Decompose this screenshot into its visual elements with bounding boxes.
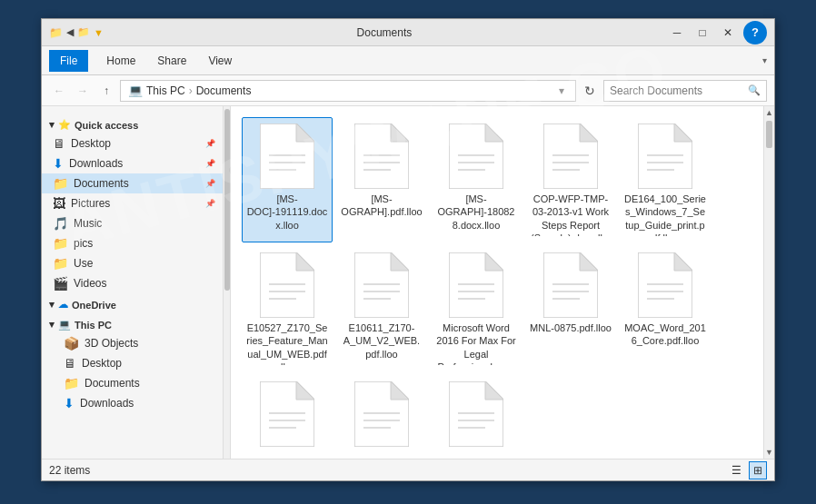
address-path[interactable]: 💻 This PC › Documents ▾ [120,80,576,102]
status-bar: 22 items ☰ ⊞ [42,459,774,480]
file-name: COP-WFP-TMP-03-2013-v1 Work Steps Report… [530,193,612,236]
sidebar-item-use[interactable]: 📁 Use [42,253,223,273]
title-bar-controls: ─ □ ✕ [665,24,740,42]
file-item[interactable] [242,375,333,457]
onedrive-cloud-icon: ☁ [58,299,68,311]
file-item[interactable]: Microsoft Word 2016 For Max For Legal Pr… [431,246,522,371]
file-name: [MS-OGRAPH]-180828.docx.lloo [435,193,517,232]
pin-icon-pictures: 📌 [205,199,215,208]
file-item[interactable]: COP-WFP-TMP-03-2013-v1 Work Steps Report… [525,117,616,242]
search-icon[interactable]: 🔍 [748,84,761,96]
sidebar-3dobjects-label: 3D Objects [85,337,138,350]
scroll-up-button[interactable]: ▲ [764,106,774,119]
sidebar-scrollbar[interactable] [224,106,231,459]
svg-marker-51 [296,381,314,400]
content-scroll[interactable]: [MS-DOC]-191119.docx.lloo [MS-OGRAPH].pd… [231,106,763,459]
forward-button[interactable]: → [73,81,93,101]
downloads-icon: ⬇ [53,156,64,171]
main-area: ▾ ⭐ Quick access 🖥 Desktop 📌 ⬇ Downloads… [42,106,774,459]
file-item[interactable]: E10527_Z170_Series_Feature_Manual_UM_WEB… [242,246,333,371]
sidebar-item-pictures[interactable]: 🖼 Pictures 📌 [42,193,223,213]
downloads-icon-thispc: ⬇ [64,396,75,410]
refresh-button[interactable]: ↻ [580,81,600,101]
3dobjects-icon: 📦 [64,336,79,351]
help-button[interactable]: ? [743,21,767,44]
svg-marker-56 [391,381,409,400]
scroll-down-button[interactable]: ▼ [764,446,774,459]
file-item[interactable]: E10611_Z170-A_UM_V2_WEB.pdf.lloo [336,246,427,371]
documents-folder-icon: 📁 [53,176,68,191]
path-folder[interactable]: Documents [196,84,252,97]
path-thispc[interactable]: This PC [146,84,185,97]
search-input[interactable] [610,84,748,97]
maximize-button[interactable]: □ [691,24,714,42]
file-name: MNL-0875.pdf.lloo [530,321,612,334]
sidebar-item-music[interactable]: 🎵 Music [42,213,223,233]
file-item[interactable]: MNL-0875.pdf.lloo [525,246,616,371]
pics-folder-icon: 📁 [53,236,68,251]
sidebar-item-videos[interactable]: 🎬 Videos [42,273,223,293]
grid-view-button[interactable]: ⊞ [749,461,767,479]
file-name: [MS-OGRAPH].pdf.lloo [341,193,423,219]
file-name: MOAC_Word_2016_Core.pdf.lloo [624,321,706,348]
minimize-button[interactable]: ─ [665,24,689,42]
sidebar-item-pics[interactable]: 📁 pics [42,233,223,253]
right-scrollbar[interactable]: ▲ ▼ [763,106,774,459]
sidebar-item-documents-thispc[interactable]: 📁 Documents [42,373,223,393]
file-grid: [MS-DOC]-191119.docx.lloo [MS-OGRAPH].pd… [238,114,756,459]
quick-access-icon1: ◀ [66,26,74,38]
ribbon: File Home Share View ▾ [42,46,774,75]
file-item[interactable]: [MS-OGRAPH]-180828.docx.lloo [431,117,522,242]
sidebar-item-downloads[interactable]: ⬇ Downloads 📌 [42,153,223,173]
svg-marker-11 [485,124,503,142]
ribbon-chevron[interactable]: ▾ [762,55,767,65]
back-button[interactable]: ← [49,81,69,101]
sidebar-onedrive-header: ▾ ☁ OneDrive [42,293,223,313]
ribbon-tab-share[interactable]: Share [146,50,197,72]
svg-marker-21 [674,124,692,142]
file-item[interactable]: MOAC_Word_2016_Core.pdf.lloo [620,246,711,371]
use-folder-icon: 📁 [53,256,68,271]
sidebar: ▾ ⭐ Quick access 🖥 Desktop 📌 ⬇ Downloads… [42,106,224,459]
sidebar-onedrive-label: OneDrive [72,300,116,311]
file-icon-4 [638,124,692,189]
sidebar-item-desktop-thispc[interactable]: 🖥 Desktop [42,353,223,373]
title-icon: 📁 [49,26,63,39]
file-name: E10527_Z170_Series_Feature_Manual_UM_WEB… [246,321,328,365]
file-item[interactable] [431,375,522,457]
file-name: DE164_100_Series_Windows_7_Setup_Guide_p… [624,193,706,236]
ribbon-tab-home[interactable]: Home [95,50,146,72]
address-computer-icon: 💻 [128,84,143,97]
sidebar-item-documents[interactable]: 📁 Documents 📌 [42,173,223,193]
file-item[interactable] [336,375,427,457]
file-item[interactable]: DE164_100_Series_Windows_7_Setup_Guide_p… [620,117,711,242]
file-icon-9 [638,252,692,318]
quick-access-label: Quick access [75,120,138,131]
sidebar-thispc-header: ▾ 💻 This PC [42,313,223,333]
file-item[interactable]: [MS-OGRAPH].pdf.lloo [336,117,427,242]
address-bar: ← → ↑ 💻 This PC › Documents ▾ ↻ 🔍 [42,75,774,106]
sidebar-documents2-label: Documents [85,377,140,390]
close-button[interactable]: ✕ [716,24,740,42]
sidebar-desktop-label: Desktop [71,137,111,150]
path-arrow[interactable]: ▾ [559,84,564,97]
file-icon-12 [449,381,503,447]
up-button[interactable]: ↑ [96,81,116,101]
sidebar-downloads-label: Downloads [69,157,123,170]
sidebar-item-3dobjects[interactable]: 📦 3D Objects [42,333,223,353]
sidebar-item-downloads-thispc[interactable]: ⬇ Downloads [42,393,223,413]
thispc-computer-icon: 💻 [58,319,71,331]
sidebar-pictures-label: Pictures [71,197,110,210]
desktop-icon-thispc: 🖥 [64,356,76,371]
ribbon-file-button[interactable]: File [49,50,88,72]
quick-access-icon3: ▼ [94,27,104,38]
scroll-thumb[interactable] [766,121,772,148]
file-item[interactable]: [MS-DOC]-191119.docx.lloo [242,117,333,242]
file-name: Microsoft Word 2016 For Max For Legal Pr… [435,321,517,365]
window-title: Documents [104,26,665,39]
expand-icon-thispc: ▾ [49,319,55,331]
list-view-button[interactable]: ☰ [727,461,745,479]
search-box[interactable]: 🔍 [603,80,767,102]
ribbon-tab-view[interactable]: View [197,50,243,72]
sidebar-item-desktop[interactable]: 🖥 Desktop 📌 [42,133,223,153]
